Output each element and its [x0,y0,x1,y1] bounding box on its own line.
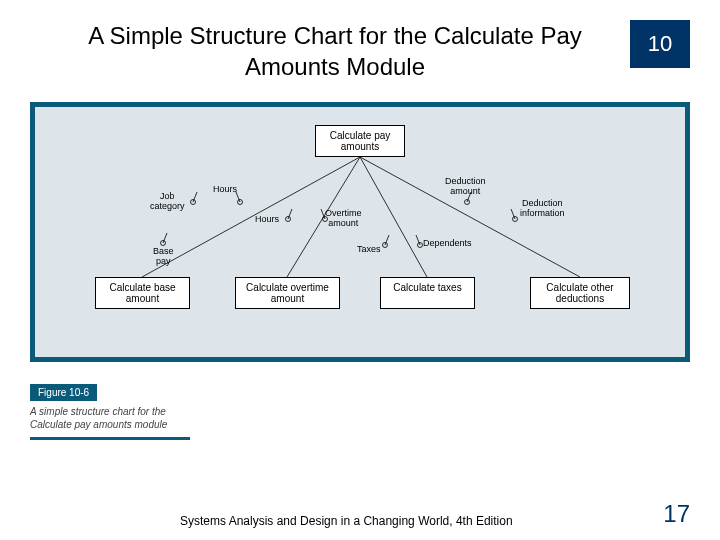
node-root: Calculate pay amounts [315,125,405,157]
label-hours-1: Hours [213,185,237,194]
label-dependents: Dependents [423,239,472,248]
svg-point-11 [465,200,470,205]
node-calculate-taxes: Calculate taxes [380,277,475,309]
svg-point-7 [286,217,291,222]
label-base-pay: Basepay [153,247,174,266]
figure-caption-block: Figure 10-6 A simple structure chart for… [30,382,190,440]
figure-tag: Figure 10-6 [30,384,97,401]
svg-line-13 [193,192,197,202]
svg-point-5 [238,200,243,205]
label-hours-2: Hours [255,215,279,224]
slide-footer: Systems Analysis and Design in a Changin… [0,500,720,528]
slide-header: A Simple Structure Chart for the Calcula… [0,0,720,92]
structure-chart: Calculate pay amounts Calculate base amo… [30,102,690,362]
svg-point-12 [513,217,518,222]
svg-line-21 [511,209,515,219]
svg-point-10 [418,243,423,248]
svg-point-9 [383,243,388,248]
label-deduction-information: Deductioninformation [520,199,565,218]
svg-line-16 [288,209,292,219]
chapter-number-badge: 10 [630,20,690,68]
node-calculate-overtime: Calculate overtime amount [235,277,340,309]
node-calculate-deductions: Calculate other deductions [530,277,630,309]
label-taxes: Taxes [357,245,381,254]
svg-line-15 [163,233,167,243]
slide-title: A Simple Structure Chart for the Calcula… [60,20,610,82]
label-job-category: Jobcategory [150,192,185,211]
footer-text: Systems Analysis and Design in a Changin… [180,514,513,528]
label-deduction-amount: Deductionamount [445,177,486,196]
svg-point-6 [161,241,166,246]
svg-point-4 [191,200,196,205]
svg-line-18 [385,235,389,245]
svg-line-19 [416,235,420,245]
node-calculate-base: Calculate base amount [95,277,190,309]
figure-caption-text: A simple structure chart for the Calcula… [30,405,190,440]
svg-line-2 [360,157,427,277]
page-number: 17 [663,500,690,528]
label-overtime-amount: Overtimeamount [325,209,362,228]
